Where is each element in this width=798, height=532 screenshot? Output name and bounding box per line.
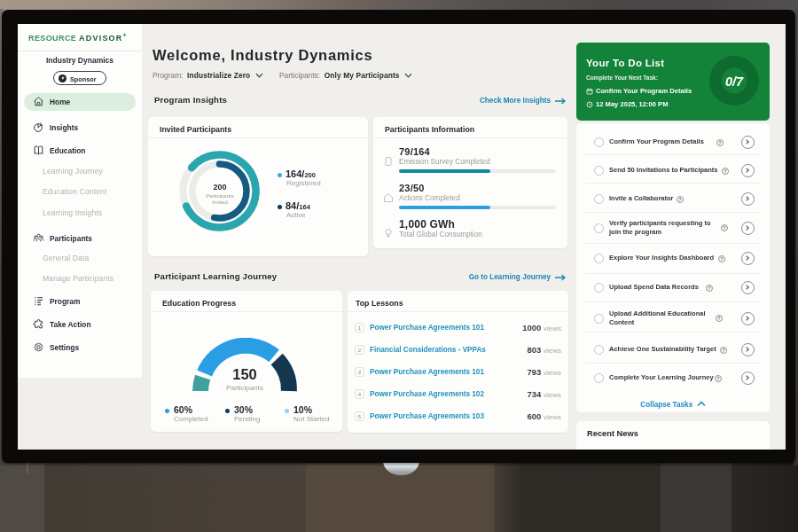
svg-text:0/7: 0/7 — [725, 74, 744, 89]
